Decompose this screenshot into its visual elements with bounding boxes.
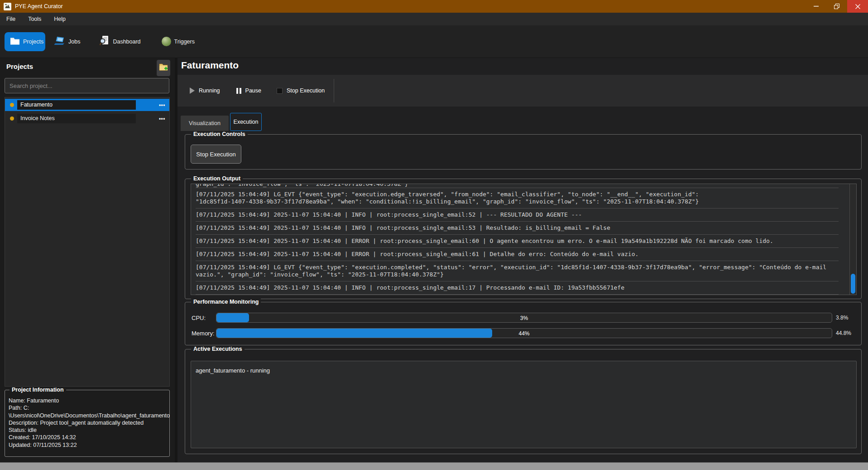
info-description: Description: Project tool_agent automati… bbox=[9, 419, 166, 426]
active-executions-group: Active Executions agent_faturamento - ru… bbox=[185, 349, 862, 454]
project-row-faturamento[interactable]: Faturamento ••• bbox=[5, 99, 169, 111]
log-scrollbar[interactable] bbox=[849, 184, 856, 295]
tab-visualization[interactable]: Visualization bbox=[181, 116, 229, 131]
memory-progress-text: 44% bbox=[216, 329, 832, 339]
pause-icon bbox=[236, 88, 241, 94]
running-button[interactable]: Running bbox=[187, 81, 223, 101]
nav-toolbar: Projects Jobs Dashboard Triggers bbox=[0, 25, 868, 58]
memory-percent-value: 44.8% bbox=[836, 330, 855, 336]
info-path: Path: C: bbox=[9, 404, 166, 412]
project-menu-button[interactable]: ••• bbox=[159, 102, 165, 108]
restore-button[interactable] bbox=[826, 0, 847, 13]
active-executions-list: agent_faturamento - running bbox=[191, 361, 857, 448]
log-entry: [07/11/2025 15:04:49] LG_EVT {"event_typ… bbox=[196, 188, 839, 208]
tab-execution[interactable]: Execution bbox=[230, 113, 262, 131]
menu-tools[interactable]: Tools bbox=[22, 16, 48, 22]
execution-controls-title: Execution Controls bbox=[191, 131, 248, 137]
close-button[interactable] bbox=[847, 0, 868, 13]
project-name: Faturamento bbox=[17, 100, 136, 110]
stop-icon bbox=[277, 88, 283, 94]
cpu-progress-text: 3% bbox=[216, 313, 832, 323]
project-list: Faturamento ••• Invoice Notes ••• bbox=[5, 97, 170, 387]
nav-triggers[interactable]: Triggers bbox=[156, 32, 200, 51]
log-entry: [07/11/2025 15:04:49] 2025-11-07 15:04:4… bbox=[196, 281, 839, 295]
info-status: Status: idle bbox=[9, 426, 166, 434]
cpu-label: CPU: bbox=[192, 315, 216, 321]
log-entry: [07/11/2025 15:04:49] 2025-11-07 15:04:4… bbox=[196, 222, 839, 235]
memory-label: Memory: bbox=[192, 330, 216, 337]
execution-output-group: Execution Output graph_id": "invoice_flo… bbox=[185, 179, 862, 299]
cpu-row: CPU: 3% 3.8% bbox=[192, 312, 855, 323]
project-information-title: Project Information bbox=[10, 387, 66, 393]
nav-triggers-label: Triggers bbox=[174, 39, 195, 45]
project-status-dot bbox=[10, 103, 14, 107]
log-entry: [07/11/2025 15:04:49] 2025-11-07 15:04:4… bbox=[196, 248, 839, 261]
folder-icon bbox=[10, 37, 20, 46]
status-bar bbox=[0, 462, 868, 470]
nav-jobs-label: Jobs bbox=[68, 39, 80, 45]
tab-bar: Visualization Execution bbox=[181, 113, 262, 131]
stop-execution-button[interactable]: Stop Execution bbox=[191, 145, 241, 164]
nav-projects[interactable]: Projects bbox=[5, 32, 45, 51]
project-menu-button[interactable]: ••• bbox=[159, 116, 165, 122]
folder-plus-icon bbox=[159, 63, 168, 73]
project-status-dot bbox=[10, 116, 14, 121]
log-scrollbar-thumb[interactable] bbox=[851, 274, 855, 294]
window-controls bbox=[806, 0, 868, 13]
nav-projects-label: Projects bbox=[23, 39, 43, 45]
pause-button[interactable]: Pause bbox=[234, 81, 264, 101]
execution-toolbar: Running Pause Stop Execution bbox=[177, 75, 868, 107]
performance-monitoring-title: Performance Monitoring bbox=[191, 299, 261, 305]
info-updated: Updated: 07/11/2025 13:22 bbox=[9, 441, 166, 449]
log-entry: [07/11/2025 15:04:49] 2025-11-07 15:04:4… bbox=[196, 235, 839, 248]
project-row-invoice-notes[interactable]: Invoice Notes ••• bbox=[5, 112, 169, 125]
app-icon bbox=[4, 3, 11, 10]
minimize-button[interactable] bbox=[806, 0, 826, 13]
execution-controls-group: Execution Controls Stop Execution bbox=[185, 134, 862, 170]
computer-icon bbox=[54, 36, 65, 47]
page-title: Faturamento bbox=[181, 60, 239, 71]
menu-file[interactable]: File bbox=[0, 16, 22, 22]
stop-execution-toolbar-button[interactable]: Stop Execution bbox=[274, 81, 327, 101]
memory-progress-bar: 44% bbox=[216, 328, 832, 338]
project-name: Invoice Notes bbox=[17, 114, 136, 123]
sphere-icon bbox=[162, 37, 171, 46]
nav-dashboard[interactable]: Dashboard bbox=[94, 32, 146, 51]
running-label: Running bbox=[199, 87, 220, 94]
execution-log[interactable]: graph_id": "invoice_flow", "ts": "2025-1… bbox=[191, 184, 857, 295]
search-input[interactable] bbox=[5, 78, 169, 93]
active-execution-item[interactable]: agent_faturamento - running bbox=[191, 361, 856, 380]
memory-row: Memory: 44% 44.8% bbox=[192, 328, 855, 339]
main-panel: Faturamento Running Pause Stop Execution… bbox=[177, 58, 868, 462]
document-search-icon bbox=[99, 35, 110, 48]
project-information-panel: Project Information Name: Faturamento Pa… bbox=[5, 390, 170, 457]
play-icon bbox=[190, 87, 195, 94]
titlebar: PYE Agent Curator bbox=[0, 0, 868, 13]
nav-dashboard-label: Dashboard bbox=[113, 39, 140, 45]
menu-help[interactable]: Help bbox=[48, 16, 72, 22]
active-executions-title: Active Executions bbox=[191, 346, 245, 352]
projects-sidebar: Projects Faturamento ••• Invoice Notes •… bbox=[0, 58, 175, 462]
info-created: Created: 17/10/2025 14:32 bbox=[9, 434, 166, 441]
log-entry-clipped: graph_id": "invoice_flow", "ts": "2025-1… bbox=[196, 184, 839, 188]
info-path-2: \Users\nicol\OneDrive\Documentos\Trabalh… bbox=[9, 412, 166, 419]
log-entry: [07/11/2025 15:04:49] LG_EVT {"event_typ… bbox=[196, 261, 839, 281]
nav-jobs[interactable]: Jobs bbox=[49, 32, 86, 51]
window-title: PYE Agent Curator bbox=[15, 3, 63, 10]
performance-monitoring-group: Performance Monitoring CPU: 3% 3.8% Memo… bbox=[185, 302, 862, 345]
info-name: Name: Faturamento bbox=[9, 397, 166, 404]
stop-label: Stop Execution bbox=[287, 87, 325, 94]
execution-output-title: Execution Output bbox=[191, 175, 243, 182]
new-project-button[interactable] bbox=[157, 60, 170, 76]
pause-label: Pause bbox=[245, 87, 261, 94]
cpu-progress-bar: 3% bbox=[216, 313, 832, 323]
toolbar-separator bbox=[334, 79, 334, 102]
sidebar-heading: Projects bbox=[6, 63, 33, 70]
log-entry: [07/11/2025 15:04:49] 2025-11-07 15:04:4… bbox=[196, 208, 839, 222]
project-information-lines: Name: Faturamento Path: C: \Users\nicol\… bbox=[5, 390, 169, 449]
menubar: File Tools Help bbox=[0, 13, 868, 25]
log-lines: graph_id": "invoice_flow", "ts": "2025-1… bbox=[196, 184, 839, 295]
cpu-percent-value: 3.8% bbox=[836, 315, 855, 321]
